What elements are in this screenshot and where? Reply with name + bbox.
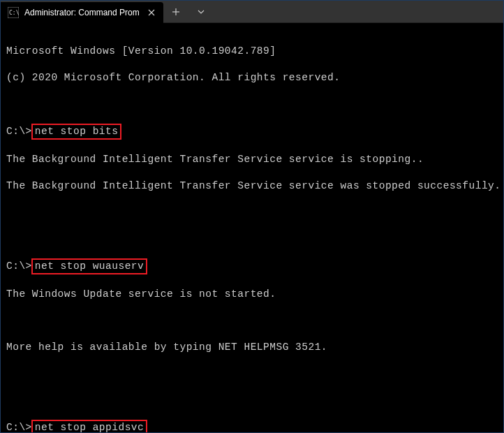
blank-line bbox=[6, 394, 498, 407]
new-tab-button[interactable] bbox=[163, 1, 188, 23]
tab-title: Administrator: Command Prom bbox=[24, 8, 140, 17]
cmd-icon: C:\ bbox=[8, 7, 19, 18]
blank-line bbox=[6, 314, 498, 328]
close-tab-button[interactable] bbox=[145, 6, 158, 19]
blank-line bbox=[6, 367, 498, 381]
highlighted-command: net stop bits bbox=[31, 124, 122, 140]
prompt: C:\> bbox=[6, 126, 32, 137]
prompt: C:\> bbox=[6, 422, 32, 433]
active-tab[interactable]: C:\ Administrator: Command Prom bbox=[1, 2, 163, 23]
output-line: Microsoft Windows [Version 10.0.19042.78… bbox=[6, 45, 498, 58]
output-line: The Background Intelligent Transfer Serv… bbox=[6, 179, 498, 193]
blank-line bbox=[6, 206, 498, 219]
output-line: The Background Intelligent Transfer Serv… bbox=[6, 153, 498, 166]
titlebar: C:\ Administrator: Command Prom bbox=[1, 1, 503, 23]
command-line: C:\>net stop wuauserv bbox=[6, 258, 498, 274]
blank-line bbox=[6, 233, 498, 246]
highlighted-command: net stop wuauserv bbox=[31, 258, 147, 274]
highlighted-command: net stop appidsvc bbox=[31, 420, 147, 433]
tab-dropdown-button[interactable] bbox=[188, 1, 214, 23]
output-line: (c) 2020 Microsoft Corporation. All righ… bbox=[6, 71, 498, 85]
terminal-output[interactable]: Microsoft Windows [Version 10.0.19042.78… bbox=[1, 23, 503, 433]
output-line: More help is available by typing NET HEL… bbox=[6, 341, 498, 354]
command-line: C:\>net stop bits bbox=[6, 124, 498, 140]
blank-line bbox=[6, 98, 498, 111]
output-line: The Windows Update service is not starte… bbox=[6, 288, 498, 301]
command-line: C:\>net stop appidsvc bbox=[6, 420, 498, 433]
prompt: C:\> bbox=[6, 260, 32, 272]
svg-text:C:\: C:\ bbox=[9, 10, 19, 16]
